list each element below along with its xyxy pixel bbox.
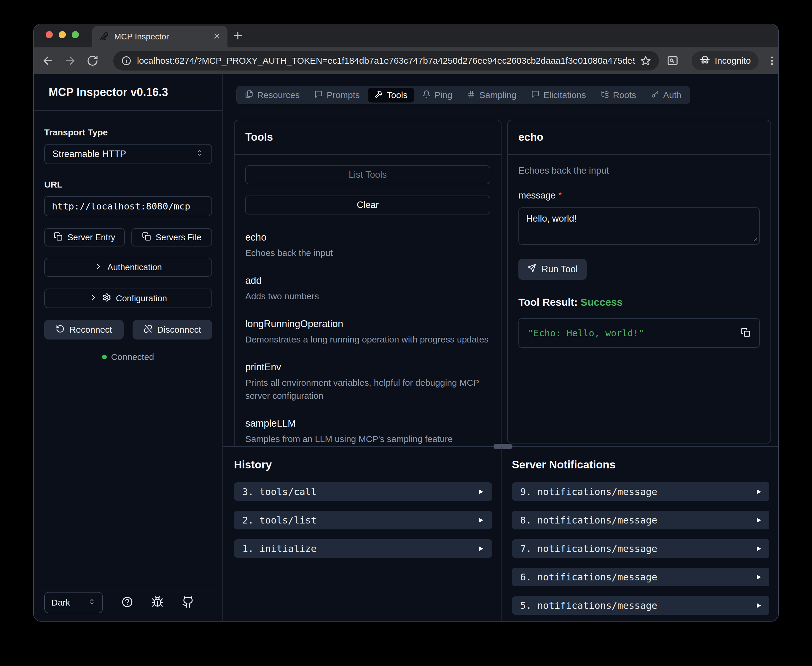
help-icon[interactable] [121, 596, 134, 610]
servers-file-button[interactable]: Servers File [131, 228, 212, 247]
tab-resources[interactable]: Resources [238, 88, 306, 102]
tool-detail-title: echo [518, 131, 543, 143]
tab-prompts[interactable]: Prompts [308, 88, 366, 102]
tool-list-item[interactable]: sampleLLM Samples from an LLM using MCP'… [245, 418, 490, 445]
authentication-button[interactable]: Authentication [44, 258, 212, 277]
tool-description: Prints all environment variables, helpfu… [245, 376, 490, 402]
tools-panel-title: Tools [245, 131, 273, 143]
expand-play-icon [477, 488, 484, 495]
history-section: History 3. tools/call 2. tools/list 1. i… [223, 447, 501, 621]
history-row[interactable]: 3. tools/call [234, 482, 492, 501]
server-notifications-title: Server Notifications [512, 458, 769, 471]
new-tab-button[interactable] [232, 30, 244, 43]
tool-result-line: Tool Result: Success [518, 296, 760, 308]
tool-list-item[interactable]: echo Echoes back the input [245, 232, 490, 259]
tool-description: Adds two numbers [245, 290, 490, 303]
main-content: Resources Prompts Tools Ping Sampling [223, 74, 778, 621]
tab-elicitations[interactable]: Elicitations [524, 88, 592, 102]
url-text[interactable]: localhost:6274/?MCP_PROXY_AUTH_TOKEN=ec1… [137, 56, 635, 66]
notification-row[interactable]: 6. notifications/message [512, 568, 769, 586]
connection-status: Connected [44, 352, 212, 362]
folder-tree-icon [601, 90, 609, 101]
notification-row[interactable]: 7. notifications/message [512, 539, 769, 558]
transport-type-label: Transport Type [44, 127, 212, 137]
bug-icon[interactable] [151, 596, 164, 610]
tool-description: Samples from an LLM using MCP's sampling… [245, 432, 490, 445]
tab-ping[interactable]: Ping [416, 88, 459, 102]
tab-tools[interactable]: Tools [368, 88, 414, 102]
hash-icon [467, 90, 475, 101]
disconnect-button[interactable]: Disconnect [132, 320, 212, 340]
side-panel-search-icon[interactable] [666, 55, 678, 67]
copy-icon [142, 232, 151, 243]
tab-close-icon[interactable] [213, 32, 221, 41]
key-icon [651, 90, 659, 101]
tool-name: printEnv [245, 361, 490, 373]
theme-select[interactable]: Dark [44, 592, 103, 613]
notification-row[interactable]: 8. notifications/message [512, 511, 769, 529]
send-icon [527, 264, 536, 275]
notification-row[interactable]: 5. notifications/message [512, 596, 769, 615]
close-window-button[interactable] [46, 31, 53, 38]
browser-toolbar: localhost:6274/?MCP_PROXY_AUTH_TOKEN=ec1… [34, 48, 778, 74]
forward-button[interactable] [64, 54, 76, 67]
clear-tools-button[interactable]: Clear [245, 196, 490, 214]
unlink-icon [144, 325, 152, 335]
site-info-icon[interactable] [121, 55, 132, 66]
history-row[interactable]: 1. initialize [234, 539, 492, 558]
run-tool-button[interactable]: Run Tool [518, 259, 587, 280]
expand-play-icon [477, 517, 484, 524]
resize-handle-icon[interactable] [751, 235, 757, 242]
address-bar[interactable]: localhost:6274/?MCP_PROXY_AUTH_TOKEN=ec1… [113, 51, 659, 71]
server-notifications-section: Server Notifications 9. notifications/me… [512, 447, 769, 621]
tool-list-item[interactable]: longRunningOperation Demonstrates a long… [245, 318, 490, 346]
tool-detail-description: Echoes back the input [518, 165, 760, 176]
browser-tab[interactable]: MCP Inspector [92, 26, 227, 48]
tab-auth[interactable]: Auth [645, 88, 688, 102]
browser-titlebar: MCP Inspector [34, 24, 778, 48]
chevron-right-icon [94, 262, 103, 272]
list-tools-button[interactable]: List Tools [245, 165, 490, 184]
copy-result-icon[interactable] [741, 328, 750, 338]
traffic-lights [46, 31, 79, 38]
bookmark-star-icon[interactable] [640, 55, 651, 66]
tool-result-value: "Echo: Hello, world!" [528, 328, 741, 338]
message-input[interactable]: Hello, world! [518, 208, 760, 245]
sidebar-footer: Dark [34, 584, 222, 621]
server-url-input[interactable]: http://localhost:8080/mcp [44, 196, 212, 216]
minimize-window-button[interactable] [59, 31, 66, 38]
notification-row[interactable]: 9. notifications/message [512, 482, 769, 501]
back-button[interactable] [41, 54, 54, 67]
tool-list-item[interactable]: printEnv Prints all environment variable… [245, 361, 490, 402]
history-title: History [234, 458, 493, 471]
reload-button[interactable] [87, 55, 98, 67]
message-field-label: message * [518, 190, 760, 201]
github-icon[interactable] [182, 596, 194, 610]
hammer-icon [375, 90, 383, 101]
chevron-right-icon [89, 293, 98, 304]
tab-sampling[interactable]: Sampling [461, 88, 523, 102]
tab-title: MCP Inspector [114, 32, 208, 41]
history-row[interactable]: 2. tools/list [234, 511, 492, 529]
server-entry-button[interactable]: Server Entry [44, 228, 125, 247]
configuration-button[interactable]: Configuration [44, 288, 212, 308]
url-label: URL [44, 180, 212, 190]
zoom-window-button[interactable] [72, 31, 79, 38]
browser-menu-icon[interactable] [766, 55, 777, 66]
theme-value: Dark [51, 598, 70, 608]
tool-detail-header: echo [508, 120, 771, 155]
tool-name: sampleLLM [245, 418, 490, 429]
tool-name: echo [245, 232, 490, 243]
select-chevrons-icon [88, 598, 96, 608]
tab-roots[interactable]: Roots [594, 88, 643, 102]
required-asterisk: * [558, 190, 562, 201]
incognito-icon [699, 54, 711, 68]
gear-icon [102, 293, 111, 304]
connection-status-label: Connected [111, 352, 154, 362]
tool-list-item[interactable]: add Adds two numbers [245, 275, 490, 303]
sidebar-header: MCP Inspector v0.16.3 [34, 74, 222, 111]
tools-panel-header: Tools [235, 120, 501, 155]
transport-type-select[interactable]: Streamable HTTP [44, 144, 212, 164]
vertical-divider [501, 447, 502, 621]
reconnect-button[interactable]: Reconnect [44, 320, 124, 340]
